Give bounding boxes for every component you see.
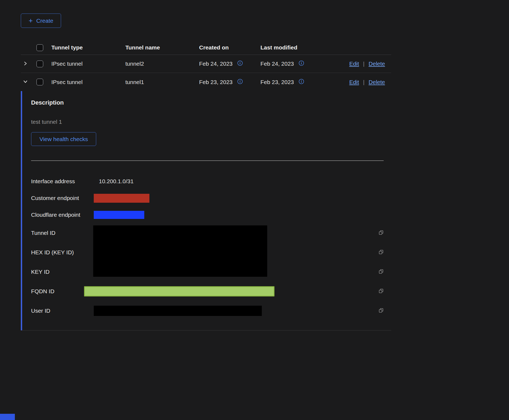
- redacted-id-block: [93, 225, 267, 277]
- interface-address-value: 10.200.1.0/31: [93, 178, 133, 185]
- create-button-label: Create: [36, 18, 53, 24]
- redacted-customer-endpoint: [94, 194, 149, 203]
- copy-icon: [378, 230, 384, 236]
- header-tunnel-name: Tunnel name: [125, 44, 199, 51]
- copy-key-id-button[interactable]: [378, 269, 384, 275]
- header-last-modified: Last modified: [260, 44, 339, 51]
- action-separator: |: [363, 79, 364, 85]
- customer-endpoint-label: Customer endpoint: [31, 195, 93, 201]
- plus-icon: +: [29, 17, 33, 24]
- table-bottom-divider: [21, 330, 391, 331]
- copy-fqdn-id-button[interactable]: [378, 288, 384, 295]
- delete-link[interactable]: Delete: [369, 79, 385, 85]
- last-modified-cell: Feb 24, 2023: [260, 61, 294, 67]
- tunnels-table: Tunnel type Tunnel name Created on Last …: [21, 41, 391, 331]
- row-checkbox[interactable]: [36, 61, 43, 67]
- info-icon[interactable]: [237, 79, 243, 86]
- chevron-down-icon: [23, 79, 28, 85]
- cloudflare-endpoint-row: Cloudflare endpoint: [31, 206, 391, 223]
- section-divider: [31, 161, 384, 161]
- edit-link[interactable]: Edit: [349, 79, 359, 85]
- bottom-accent-bar: [0, 414, 15, 420]
- row-checkbox[interactable]: [36, 79, 43, 85]
- copy-user-id-button[interactable]: [378, 308, 384, 314]
- id-fields-group: Tunnel ID HEX ID (KEY ID): [31, 223, 391, 282]
- interface-address-row: Interface address 10.200.1.0/31: [31, 173, 391, 190]
- header-tunnel-type: Tunnel type: [51, 44, 125, 51]
- redacted-fqdn-id: [84, 286, 274, 296]
- select-all-checkbox[interactable]: [36, 44, 43, 51]
- hex-id-label: HEX ID (KEY ID): [31, 249, 93, 256]
- delete-link[interactable]: Delete: [369, 61, 385, 67]
- cloudflare-endpoint-label: Cloudflare endpoint: [31, 212, 93, 218]
- info-icon[interactable]: [299, 79, 304, 86]
- key-id-label: KEY ID: [31, 269, 93, 275]
- expand-row-button[interactable]: [23, 61, 28, 67]
- created-on-cell: Feb 24, 2023: [199, 61, 233, 67]
- create-button[interactable]: + Create: [21, 14, 61, 28]
- header-created-on: Created on: [199, 44, 260, 51]
- info-icon[interactable]: [237, 60, 243, 67]
- interface-address-label: Interface address: [31, 178, 93, 185]
- tunnels-page: + Create Tunnel type Tunnel name Created…: [21, 14, 391, 331]
- tunnel-id-label: Tunnel ID: [31, 230, 93, 236]
- user-id-label: User ID: [31, 308, 93, 314]
- tunnel-type-cell: IPsec tunnel: [51, 61, 125, 67]
- chevron-right-icon: [23, 61, 28, 67]
- copy-hex-id-button[interactable]: [378, 249, 384, 256]
- info-icon[interactable]: [299, 60, 304, 67]
- action-separator: |: [363, 61, 364, 67]
- description-value: test tunnel 1: [31, 119, 391, 125]
- tunnel-name-cell: tunnel1: [125, 79, 199, 85]
- table-row-tunnel1: IPsec tunnel tunnel1 Feb 23, 2023 Feb 23…: [21, 73, 391, 91]
- table-row-tunnel2: IPsec tunnel tunnel2 Feb 24, 2023 Feb 24…: [21, 55, 391, 73]
- last-modified-cell: Feb 23, 2023: [260, 79, 294, 85]
- copy-icon: [378, 269, 384, 275]
- redacted-user-id: [94, 306, 262, 316]
- tunnel-type-cell: IPsec tunnel: [51, 79, 125, 85]
- copy-icon: [378, 249, 384, 256]
- created-on-cell: Feb 23, 2023: [199, 79, 233, 85]
- copy-icon: [378, 288, 384, 295]
- edit-link[interactable]: Edit: [349, 61, 359, 67]
- description-heading: Description: [31, 99, 391, 106]
- customer-endpoint-row: Customer endpoint: [31, 190, 391, 206]
- view-health-checks-button[interactable]: View health checks: [31, 132, 96, 146]
- copy-tunnel-id-button[interactable]: [378, 230, 384, 236]
- fqdn-id-row: FQDN ID: [31, 282, 391, 301]
- tunnel-name-cell: tunnel2: [125, 61, 199, 67]
- table-header-row: Tunnel type Tunnel name Created on Last …: [21, 41, 391, 55]
- tunnel-detail-panel: Description test tunnel 1 View health ch…: [21, 91, 391, 330]
- redacted-cloudflare-endpoint: [94, 211, 144, 219]
- collapse-row-button[interactable]: [23, 79, 28, 85]
- tunnel-fields: Interface address 10.200.1.0/31 Customer…: [31, 173, 391, 321]
- user-id-row: User ID: [31, 301, 391, 321]
- copy-icon: [378, 308, 384, 314]
